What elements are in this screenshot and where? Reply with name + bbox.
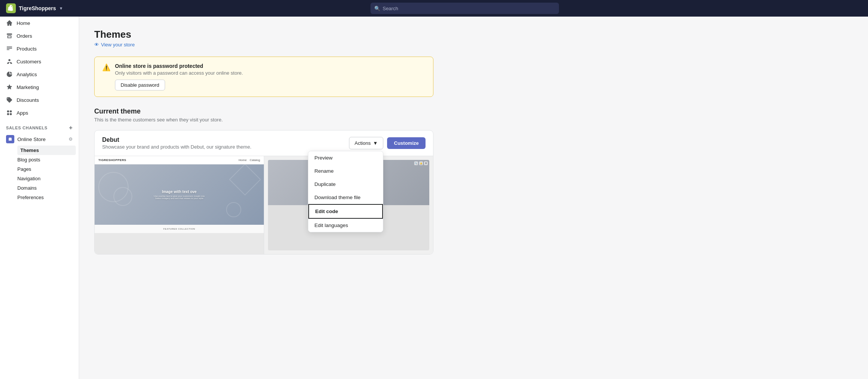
- page-title: Themes: [94, 29, 853, 40]
- online-store-subnav: Themes Blog posts Pages Navigation Domai…: [0, 146, 79, 202]
- sales-channels-label: SALES CHANNELS: [6, 126, 47, 130]
- eye-icon: 👁: [94, 42, 99, 48]
- preview-hero-title: Image with text ove: [154, 190, 205, 194]
- top-navigation: TigreShoppers ▼ 🔍: [0, 0, 868, 17]
- add-channel-icon[interactable]: +: [69, 124, 73, 131]
- sidebar-item-orders-label: Orders: [17, 33, 32, 39]
- sidebar-item-products[interactable]: Products: [0, 42, 79, 55]
- preview-sec-icon-2: 🔔: [419, 161, 423, 165]
- sidebar: Home Orders Products Customers Analytics…: [0, 17, 79, 379]
- main-content: Themes 👁 View your store ⚠️ Online store…: [79, 17, 868, 379]
- search-icon: 🔍: [374, 6, 380, 11]
- brand-dropdown-icon[interactable]: ▼: [59, 6, 63, 11]
- theme-card-container: Debut Showcase your brand and products w…: [94, 130, 433, 255]
- preview-sec-icon-1: 🔍: [414, 161, 418, 165]
- actions-dropdown-icon: ▼: [373, 140, 378, 146]
- sidebar-item-products-label: Products: [17, 46, 37, 52]
- orders-icon: [6, 32, 13, 39]
- preview-store-name: TIGRESHOPPERS: [98, 158, 126, 162]
- current-theme-description: This is the theme customers see when the…: [94, 117, 433, 123]
- preview-sec-icons: 🔍 🔔 ☰: [414, 161, 428, 165]
- preview-sec-icon-3: ☰: [424, 161, 428, 165]
- password-alert-banner: ⚠️ Online store is password protected On…: [94, 57, 433, 97]
- subnav-item-domains[interactable]: Domains: [17, 183, 79, 193]
- theme-card-header: Debut Showcase your brand and products w…: [95, 130, 433, 156]
- preview-hero: Image with text ove Use overlay text to …: [95, 164, 264, 225]
- preview-nav-catalog: Catalog: [250, 158, 260, 162]
- home-icon: [6, 20, 13, 26]
- disable-password-button[interactable]: Disable password: [115, 80, 165, 91]
- actions-button[interactable]: Actions ▼: [349, 137, 384, 149]
- brand-logo[interactable]: TigreShoppers ▼: [6, 3, 63, 13]
- dropdown-item-rename[interactable]: Rename: [308, 164, 383, 178]
- sidebar-item-marketing-label: Marketing: [17, 84, 39, 90]
- geo-decoration-2: [113, 187, 132, 206]
- theme-name: Debut: [102, 137, 251, 143]
- products-icon: [6, 45, 13, 52]
- sidebar-item-home-label: Home: [17, 20, 30, 26]
- sidebar-item-customers-label: Customers: [17, 59, 41, 64]
- alert-content: Online store is password protected Only …: [115, 63, 243, 91]
- online-store-label: Online Store: [17, 137, 66, 142]
- theme-description: Showcase your brand and products with De…: [102, 144, 251, 150]
- sidebar-item-orders[interactable]: Orders: [0, 29, 79, 42]
- sidebar-item-online-store[interactable]: Online Store ⚙: [0, 133, 79, 146]
- preview-store-header: TIGRESHOPPERS Home Catalog: [95, 156, 264, 164]
- preview-store-nav: Home Catalog: [239, 158, 260, 162]
- theme-card: Debut Showcase your brand and products w…: [94, 130, 433, 255]
- shopify-icon: [6, 3, 16, 13]
- sidebar-item-apps[interactable]: Apps: [0, 106, 79, 119]
- alert-description: Only visitors with a password can access…: [115, 70, 243, 76]
- view-store-link[interactable]: 👁 View your store: [94, 42, 853, 48]
- store-icon: [8, 137, 13, 142]
- geo-decoration-3: [229, 164, 261, 195]
- dropdown-item-download[interactable]: Download theme file: [308, 191, 383, 204]
- sales-channels-header: SALES CHANNELS +: [0, 119, 79, 133]
- preview-nav-home: Home: [239, 158, 246, 162]
- customize-button[interactable]: Customize: [387, 137, 426, 149]
- dropdown-item-preview[interactable]: Preview: [308, 151, 383, 164]
- sidebar-item-analytics-label: Analytics: [17, 72, 37, 77]
- preview-hero-subtitle2: Select imagery and text that relates to …: [154, 197, 205, 199]
- dropdown-item-edit-languages[interactable]: Edit languages: [308, 219, 383, 232]
- apps-icon: [6, 109, 13, 116]
- preview-featured-label: FEATURED COLLECTION: [98, 228, 261, 230]
- app-layout: Home Orders Products Customers Analytics…: [0, 17, 868, 379]
- subnav-item-navigation[interactable]: Navigation: [17, 174, 79, 183]
- sidebar-item-customers[interactable]: Customers: [0, 55, 79, 68]
- search-input[interactable]: [370, 3, 559, 14]
- sidebar-item-analytics[interactable]: Analytics: [0, 68, 79, 81]
- dropdown-item-duplicate[interactable]: Duplicate: [308, 178, 383, 191]
- preview-hero-text: Image with text ove Use overlay text to …: [154, 190, 205, 199]
- preview-featured: FEATURED COLLECTION: [95, 225, 264, 233]
- search-wrapper: 🔍: [67, 3, 862, 14]
- subnav-item-themes[interactable]: Themes: [17, 146, 76, 155]
- search-container: 🔍: [370, 3, 559, 14]
- subnav-item-blog-posts[interactable]: Blog posts: [17, 155, 79, 164]
- sidebar-item-discounts-label: Discounts: [17, 97, 39, 103]
- sidebar-item-home[interactable]: Home: [0, 17, 79, 29]
- online-store-icon: [6, 135, 14, 143]
- geo-decoration-4: [226, 202, 241, 217]
- theme-info: Debut Showcase your brand and products w…: [102, 137, 251, 150]
- preview-main: TIGRESHOPPERS Home Catalog: [95, 156, 264, 254]
- sidebar-item-discounts[interactable]: Discounts: [0, 94, 79, 106]
- alert-title: Online store is password protected: [115, 63, 243, 69]
- actions-dropdown: Actions ▼ Preview Rename: [349, 137, 384, 149]
- warning-icon: ⚠️: [102, 63, 110, 72]
- sidebar-item-marketing[interactable]: Marketing: [0, 81, 79, 94]
- brand-name: TigreShoppers: [19, 5, 56, 11]
- current-theme-section: Current theme This is the theme customer…: [94, 107, 433, 255]
- channel-settings-icon[interactable]: ⚙: [69, 137, 73, 142]
- subnav-item-preferences[interactable]: Preferences: [17, 193, 79, 202]
- sidebar-item-apps-label: Apps: [17, 110, 28, 116]
- actions-dropdown-menu: Preview Rename Duplicate D: [308, 151, 383, 232]
- dropdown-item-edit-code[interactable]: Edit code: [308, 204, 383, 219]
- discounts-icon: [6, 97, 13, 103]
- theme-actions: Actions ▼ Preview Rename: [349, 137, 426, 149]
- current-theme-title: Current theme: [94, 107, 433, 115]
- analytics-icon: [6, 71, 13, 78]
- subnav-item-pages[interactable]: Pages: [17, 164, 79, 174]
- customers-icon: [6, 58, 13, 65]
- marketing-icon: [6, 84, 13, 91]
